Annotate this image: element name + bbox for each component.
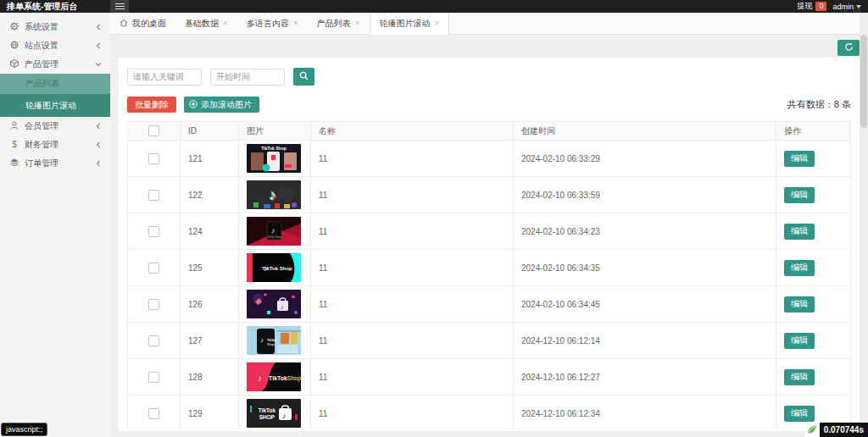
sidebar-item-5[interactable]: 订单管理	[0, 154, 110, 173]
gear-icon	[10, 22, 19, 32]
start-time-input[interactable]	[210, 69, 285, 86]
tab-label: 我的桌面	[132, 18, 166, 30]
table-header-row: ID 图片 名称 创建时间 操作	[128, 122, 851, 141]
svg-text:♪: ♪	[270, 187, 277, 203]
edit-button[interactable]: 编辑	[784, 296, 815, 313]
top-header: 排单系统-管理后台 提现 0 admin 正版	[0, 0, 868, 13]
table-row: 121 TikTok Shop 11 2024-02-10 06:33:29 编…	[128, 141, 851, 177]
row-checkbox[interactable]	[148, 190, 159, 201]
table-row: 122 ♪♪♪ 11 2024-02-10 06:33:59 编辑	[128, 177, 851, 213]
scrollbar-thumb[interactable]	[860, 35, 867, 128]
add-carousel-image-button[interactable]: 添加滚动图片	[184, 97, 259, 113]
sidebar-item-0[interactable]: 系统设置	[0, 18, 110, 36]
col-header-name: 名称	[311, 122, 514, 141]
sidebar-item-4[interactable]: $ 财务管理	[0, 136, 110, 154]
svg-text:TikTok: TikTok	[267, 339, 276, 342]
sidebar-subitem[interactable]: 产品列表	[0, 74, 110, 94]
row-created-time: 2024-12-10 06:12:27	[514, 359, 776, 396]
row-created-time: 2024-02-10 06:34:45	[514, 286, 776, 323]
search-button[interactable]	[293, 68, 314, 86]
edit-button[interactable]: 编辑	[784, 260, 815, 276]
dollar-icon: $	[10, 140, 19, 150]
table-row: 129 TikTokSHOP♪ 11 2024-12-10 06:12:34 编…	[128, 396, 851, 432]
row-checkbox[interactable]	[148, 299, 159, 310]
debug-trace-widget[interactable]: 0.070744s	[804, 423, 868, 437]
chevron-icon	[95, 23, 102, 32]
row-checkbox[interactable]	[148, 153, 159, 164]
orders-icon	[10, 158, 19, 169]
select-all-checkbox[interactable]	[148, 125, 159, 136]
tab-0[interactable]: 我的桌面	[110, 13, 175, 34]
user-icon	[10, 121, 19, 131]
notification-badge[interactable]: 提现 0	[797, 1, 826, 12]
refresh-icon	[844, 41, 854, 54]
sidebar-item-3[interactable]: 会员管理	[0, 117, 110, 136]
row-checkbox[interactable]	[148, 263, 159, 274]
tab-4[interactable]: 轮播图片滚动×	[370, 13, 450, 35]
col-header-created: 创建时间	[514, 122, 776, 141]
sidebar: 系统设置 站点设置 产品管理 产品列表轮播图片滚动 会员管理 $ 财务管理 订单…	[0, 13, 110, 437]
table-row: 125 ♪TikTok Shop 11 2024-02-10 06:34:35 …	[128, 250, 851, 286]
sidebar-item-2[interactable]: 产品管理	[0, 55, 110, 74]
chevron-down-icon	[856, 5, 861, 8]
edit-button[interactable]: 编辑	[784, 406, 815, 422]
edit-button[interactable]: 编辑	[784, 151, 815, 167]
leaf-icon	[804, 423, 820, 437]
svg-text:♪: ♪	[282, 412, 287, 420]
keyword-input[interactable]	[127, 69, 202, 86]
cube-icon	[10, 59, 19, 69]
total-count: 共有数据：8 条	[787, 98, 851, 111]
svg-text:♪: ♪	[258, 373, 262, 383]
row-id: 129	[181, 396, 239, 432]
edit-button[interactable]: 编辑	[784, 333, 815, 349]
main-content: 批量删除 添加滚动图片 共有数据：8 条 ID	[110, 35, 868, 437]
close-icon[interactable]: ×	[355, 19, 360, 28]
row-name: 11	[311, 213, 514, 250]
tab-label: 产品列表	[317, 18, 351, 30]
tab-1[interactable]: 基础数据×	[175, 13, 237, 34]
sidebar-item-label: 站点设置	[25, 40, 89, 52]
tab-bar: 我的桌面基础数据×多语言内容×产品列表×轮播图片滚动×	[110, 13, 868, 35]
close-icon[interactable]: ×	[223, 19, 228, 28]
sidebar-item-label: 系统设置	[25, 21, 89, 33]
refresh-button[interactable]	[837, 40, 860, 56]
row-id: 127	[181, 323, 239, 359]
row-name: 11	[311, 286, 514, 323]
sidebar-item-label: 产品管理	[25, 58, 89, 70]
svg-text:TikTok Shop: TikTok Shop	[267, 235, 281, 239]
svg-text:♪: ♪	[271, 226, 275, 235]
edit-button[interactable]: 编辑	[784, 187, 815, 203]
sidebar-item-1[interactable]: 站点设置	[0, 36, 110, 55]
svg-text:TikTok: TikTok	[259, 407, 276, 413]
row-name: 11	[311, 396, 514, 432]
tab-2[interactable]: 多语言内容×	[237, 13, 308, 34]
edit-button[interactable]: 编辑	[784, 224, 815, 240]
scrollbar[interactable]	[860, 13, 868, 437]
plus-circle-icon	[189, 100, 198, 110]
row-checkbox[interactable]	[148, 408, 159, 419]
table-row: 126 ♪ 11 2024-02-10 06:34:45 编辑	[128, 286, 851, 323]
batch-delete-button[interactable]: 批量删除	[127, 97, 176, 113]
close-icon[interactable]: ×	[435, 19, 440, 28]
hamburger-menu-icon[interactable]	[110, 0, 129, 13]
close-icon[interactable]: ×	[293, 19, 298, 28]
row-created-time: 2024-12-10 06:12:34	[514, 396, 776, 432]
chevron-icon	[95, 159, 102, 169]
row-checkbox[interactable]	[148, 335, 159, 346]
row-checkbox[interactable]	[148, 372, 159, 383]
svg-text:TikTok Shop: TikTok Shop	[262, 266, 292, 271]
user-menu[interactable]: admin	[832, 3, 861, 11]
table-row: 128 ♪TikTokShop 11 2024-12-10 06:12:27 编…	[128, 359, 851, 396]
svg-text:Shop: Shop	[287, 375, 301, 382]
sidebar-subitem[interactable]: 轮播图片滚动	[0, 94, 110, 117]
svg-text:SHOP: SHOP	[259, 414, 275, 420]
tab-3[interactable]: 产品列表×	[308, 13, 370, 34]
table-row: 124 ♪TikTok Shop 11 2024-02-10 06:34:23 …	[128, 213, 851, 250]
tiktok-shop-pink-black: ♪TikTokShop	[247, 362, 301, 391]
row-checkbox[interactable]	[148, 226, 159, 237]
svg-text:♪: ♪	[260, 336, 264, 344]
row-created-time: 2024-02-10 06:34:23	[514, 213, 776, 250]
row-name: 11	[311, 359, 514, 396]
tab-label: 多语言内容	[247, 18, 289, 30]
edit-button[interactable]: 编辑	[784, 369, 815, 385]
